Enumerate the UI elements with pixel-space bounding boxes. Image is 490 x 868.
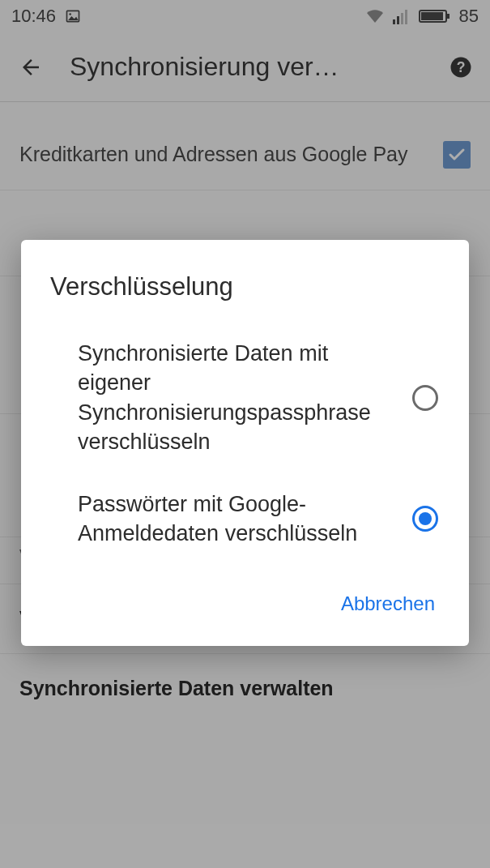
dialog-title: Verschlüsselung	[21, 240, 469, 323]
radio-label: Passwörter mit Google-Anmeldedaten versc…	[50, 490, 411, 549]
radio-option-passphrase[interactable]: Synchronisierte Daten mit eigener Synchr…	[21, 323, 469, 473]
radio-label: Synchronisierte Daten mit eigener Synchr…	[50, 339, 411, 457]
radio-option-google-credentials[interactable]: Passwörter mit Google-Anmeldedaten versc…	[21, 473, 469, 565]
cancel-button[interactable]: Abbrechen	[331, 584, 445, 623]
dialog-actions: Abbrechen	[21, 565, 469, 635]
encryption-dialog: Verschlüsselung Synchronisierte Daten mi…	[21, 240, 469, 646]
screen: 10:46 85 Synchronisierung ver… ?	[0, 0, 490, 868]
radio-selected-icon[interactable]	[411, 504, 440, 533]
radio-unselected-icon[interactable]	[411, 383, 440, 413]
